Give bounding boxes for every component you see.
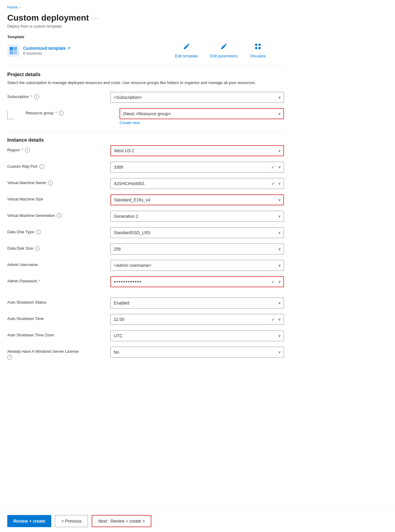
visualize-label: Visualize — [250, 54, 266, 58]
auto-shutdown-time-row: Auto Shutdown Time 22:00 ∨ — [7, 314, 284, 325]
subscription-control: <Subscription> ∨ — [110, 92, 284, 103]
data-disk-type-row: Data Disk Type i StandardSSD_LRS ∨ — [7, 227, 284, 238]
subscription-info-icon[interactable]: i — [34, 94, 39, 99]
svg-rect-5 — [258, 44, 261, 46]
vm-name-select-wrapper: AzSHCIHost001 ∨ — [110, 178, 284, 189]
windows-license-select-wrapper: No ∨ — [110, 347, 284, 358]
subscription-row: Subscription * i <Subscription> ∨ — [7, 92, 284, 103]
visualize-button[interactable]: Visualize — [250, 43, 266, 58]
resource-group-row: Resource group * i (New) <Resource group… — [7, 108, 284, 125]
data-disk-size-label: Data Disk Size i — [7, 244, 110, 251]
resource-group-select-wrapper: (New) <Resource group> ∨ — [120, 108, 284, 119]
vm-generation-info-icon[interactable]: i — [57, 213, 62, 218]
vm-generation-control: Generation 2 ∨ — [110, 211, 284, 222]
resource-group-select[interactable]: (New) <Resource group> — [120, 108, 284, 119]
instance-details-title: Instance details — [7, 137, 284, 143]
region-label: Region * i — [7, 145, 110, 153]
admin-username-row: Admin Username <Admin Username> ∨ — [7, 260, 284, 271]
visualize-icon — [254, 43, 262, 52]
divider-1 — [7, 66, 284, 66]
auto-shutdown-timezone-select[interactable]: UTC — [110, 330, 284, 341]
create-new-link[interactable]: Create new — [120, 120, 284, 125]
auto-shutdown-status-control: Enabled ∨ — [110, 298, 284, 308]
edit-parameters-button[interactable]: Edit parameters — [210, 43, 238, 58]
svg-rect-4 — [255, 44, 257, 46]
template-icon — [7, 45, 19, 57]
region-info-icon[interactable]: i — [25, 148, 30, 153]
template-actions: Edit template Edit parameters — [175, 43, 266, 58]
custom-rdp-port-row: Custom Rdp Port i 3389 ∨ — [7, 162, 284, 173]
windows-license-label: Already Have A Windows Server License i — [7, 347, 110, 360]
region-row: Region * i West US 2 ∨ — [7, 145, 284, 156]
auto-shutdown-timezone-control: UTC ∨ — [110, 330, 284, 341]
previous-button[interactable]: < Previous — [55, 515, 88, 527]
template-resources-count: 6 resources — [23, 51, 70, 56]
vm-generation-select-wrapper: Generation 2 ∨ — [110, 211, 284, 222]
data-disk-size-control: 256 ∨ — [110, 244, 284, 254]
windows-license-info-icon[interactable]: i — [7, 355, 12, 360]
vm-name-select[interactable]: AzSHCIHost001 — [110, 178, 284, 189]
auto-shutdown-status-select[interactable]: Enabled — [110, 298, 284, 308]
page-title-ellipsis[interactable]: ··· — [92, 15, 99, 22]
subscription-select-wrapper: <Subscription> ∨ — [110, 92, 284, 103]
edit-parameters-label: Edit parameters — [210, 54, 238, 58]
next-review-create-button[interactable]: Next : Review + create > — [92, 515, 151, 527]
admin-password-label: Admin Password * — [7, 276, 110, 283]
data-disk-type-control: StandardSSD_LRS ∨ — [110, 227, 284, 238]
vm-size-select-wrapper: Standard_E16s_v4 ∨ — [110, 194, 284, 205]
review-create-button[interactable]: Review + create — [7, 515, 51, 527]
region-required: * — [22, 148, 23, 152]
custom-rdp-port-select[interactable]: 3389 — [110, 162, 284, 173]
resource-group-control: (New) <Resource group> ∨ Create new — [120, 108, 284, 125]
auto-shutdown-time-control: 22:00 ∨ — [110, 314, 284, 325]
subscription-select[interactable]: <Subscription> — [110, 92, 284, 103]
region-select[interactable]: West US 2 — [110, 145, 284, 156]
vm-generation-select[interactable]: Generation 2 — [110, 211, 284, 222]
vm-name-control: AzSHCIHost001 ∨ — [110, 178, 284, 189]
data-disk-size-row: Data Disk Size i 256 ∨ — [7, 244, 284, 254]
auto-shutdown-time-label: Auto Shutdown Time — [7, 314, 110, 321]
data-disk-size-select-wrapper: 256 ∨ — [110, 244, 284, 254]
admin-username-select-wrapper: <Admin Username> ∨ — [110, 260, 284, 271]
bottom-bar: Review + create < Previous Next : Review… — [0, 510, 395, 532]
windows-license-select[interactable]: No — [110, 347, 284, 358]
resource-group-info-icon[interactable]: i — [59, 111, 64, 116]
template-name-link[interactable]: Customized template ↗ — [23, 46, 70, 51]
home-link[interactable]: Home — [7, 5, 18, 9]
vm-name-info-icon[interactable]: i — [48, 180, 53, 185]
auto-shutdown-time-select[interactable]: 22:00 — [110, 314, 284, 325]
breadcrumb-chevron: › — [20, 5, 21, 9]
auto-shutdown-timezone-select-wrapper: UTC ∨ — [110, 330, 284, 341]
admin-username-select[interactable]: <Admin Username> — [110, 260, 284, 271]
custom-rdp-port-info-icon[interactable]: i — [39, 164, 44, 169]
edit-template-button[interactable]: Edit template — [175, 43, 198, 58]
page-subtitle: Deploy from a custom template — [7, 24, 284, 29]
svg-rect-2 — [10, 51, 13, 54]
data-disk-type-label: Data Disk Type i — [7, 227, 110, 234]
auto-shutdown-timezone-row: Auto Shutdown Time Zone UTC ∨ — [7, 330, 284, 341]
data-disk-size-info-icon[interactable]: i — [35, 246, 40, 251]
vm-generation-label: Virtual Machine Generation i — [7, 211, 110, 218]
nested-connector — [7, 111, 15, 119]
admin-password-required: * — [39, 279, 40, 283]
svg-rect-6 — [255, 47, 257, 49]
auto-shutdown-status-row: Auto Shutdown Status Enabled ∨ — [7, 298, 284, 308]
project-details-section: Project details Select the subscription … — [7, 72, 284, 125]
svg-rect-7 — [258, 47, 261, 49]
edit-template-label: Edit template — [175, 54, 198, 58]
vm-name-label: Virtual Machine Name i — [7, 178, 110, 185]
edit-template-icon — [183, 43, 190, 52]
external-link-icon: ↗ — [67, 46, 70, 50]
vm-size-row: Virtual Machine Size Standard_E16s_v4 ∨ — [7, 194, 284, 205]
vm-size-select[interactable]: Standard_E16s_v4 — [110, 194, 284, 205]
project-details-title: Project details — [7, 72, 284, 77]
data-disk-type-select-wrapper: StandardSSD_LRS ∨ — [110, 227, 284, 238]
template-section: Template Customized template ↗ — [7, 35, 284, 58]
admin-password-select[interactable]: •••••••••••• — [110, 276, 284, 287]
vm-generation-row: Virtual Machine Generation i Generation … — [7, 211, 284, 222]
svg-rect-3 — [14, 51, 17, 54]
data-disk-size-select[interactable]: 256 — [110, 244, 284, 254]
page-title: Custom deployment — [7, 13, 89, 23]
data-disk-type-info-icon[interactable]: i — [36, 230, 41, 234]
data-disk-type-select[interactable]: StandardSSD_LRS — [110, 227, 284, 238]
